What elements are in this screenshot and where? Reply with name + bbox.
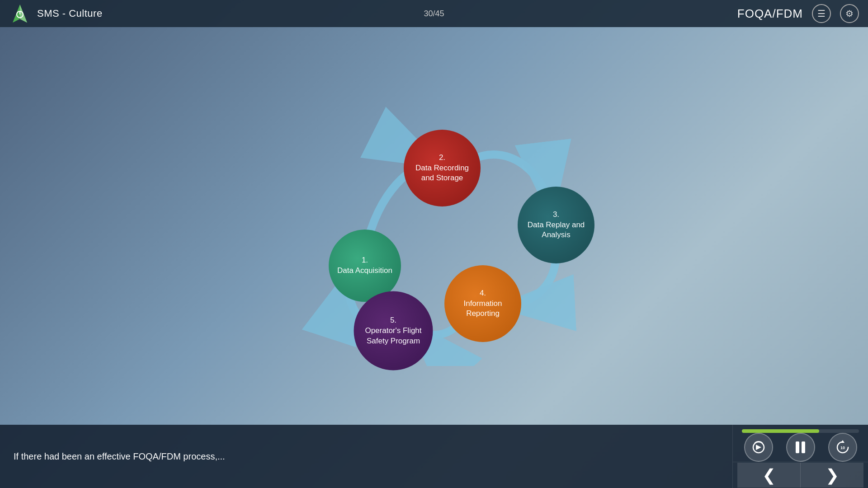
svg-marker-1 [20,5,27,23]
settings-button[interactable]: ⚙ [840,4,859,23]
next-icon: ❯ [826,466,839,485]
rewind10-button[interactable]: 10 [828,433,857,462]
node-5-number: 5. [390,316,396,325]
node-3-label: Data Replay andAnalysis [523,220,590,240]
pause-button[interactable] [786,433,815,462]
logo-icon [9,3,31,24]
pause-icon [796,441,805,453]
node-2-label: Data Recordingand Storage [411,163,473,183]
menu-icon: ☰ [817,8,826,19]
cycle-diagram: 1. Data Acquisition 2. Data Recordingand… [231,95,637,366]
node-4-label: InformationReporting [459,299,506,319]
node-information-reporting[interactable]: 4. InformationReporting [444,265,521,342]
node-5-label: Operator's FlightSafety Program [360,326,426,346]
node-flight-safety[interactable]: 5. Operator's FlightSafety Program [354,291,433,371]
playback-controls: 10 [733,433,868,462]
svg-marker-6 [841,440,844,443]
next-button[interactable]: ❯ [801,463,863,488]
replay-icon [752,441,765,454]
node-3-number: 3. [553,210,559,219]
replay-button[interactable] [744,433,773,462]
header-left: SMS - Culture [9,3,103,24]
node-1-label: Data Acquisition [333,266,397,276]
bottom-controls: 10 ❮ ❯ [732,425,868,488]
bottom-bar: If there had been an effective FOQA/FDM … [0,425,868,488]
header: SMS - Culture 30/45 FOQA/FDM ☰ ⚙ [0,0,868,27]
progress-fill [742,429,819,433]
menu-button[interactable]: ☰ [812,4,831,23]
node-2-number: 2. [439,153,445,162]
prev-button[interactable]: ❮ [737,463,801,488]
node-1-number: 1. [362,256,368,265]
settings-icon: ⚙ [845,8,854,19]
page-counter: 30/45 [424,9,444,19]
svg-text:10: 10 [840,446,844,450]
node-data-recording[interactable]: 2. Data Recordingand Storage [404,130,481,206]
progress-bar-container [742,429,859,433]
nav-controls: ❮ ❯ [733,462,868,488]
caption-area: If there had been an effective FOQA/FDM … [0,425,732,488]
prev-icon: ❮ [762,466,776,485]
header-right: FOQA/FDM ☰ ⚙ [737,4,859,23]
header-title: SMS - Culture [37,8,103,19]
caption-text: If there had been an effective FOQA/FDM … [14,451,225,462]
brand-label: FOQA/FDM [737,7,803,21]
node-data-replay[interactable]: 3. Data Replay andAnalysis [518,187,594,263]
main-content: 1. Data Acquisition 2. Data Recordingand… [0,27,868,452]
node-4-number: 4. [480,289,486,298]
rewind10-icon: 10 [835,440,850,455]
